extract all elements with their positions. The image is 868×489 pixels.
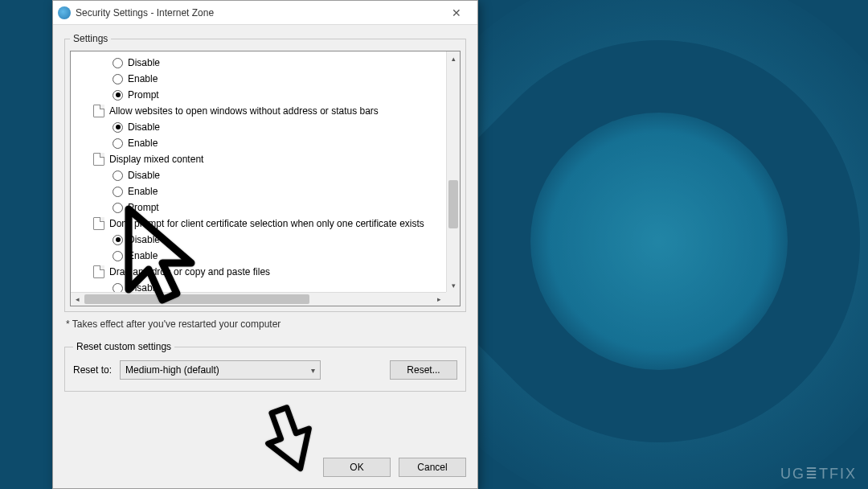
dialog-buttons: OK Cancel: [53, 450, 477, 488]
scroll-up-icon[interactable]: ▴: [447, 51, 460, 65]
reset-level-dropdown[interactable]: Medium-high (default) ▾: [120, 360, 321, 380]
tree-option[interactable]: Enable: [71, 71, 446, 87]
radio-icon[interactable]: [113, 251, 123, 261]
tree-category: Drag and drop or copy and paste files: [71, 264, 446, 280]
tree-category: Don't prompt for client certificate sele…: [71, 216, 446, 232]
tree-option[interactable]: Disable: [71, 167, 446, 183]
tree-category-label: Allow websites to open windows without a…: [109, 105, 379, 117]
titlebar[interactable]: Security Settings - Internet Zone ✕: [53, 1, 477, 25]
radio-icon[interactable]: [113, 283, 123, 293]
scroll-thumb-v[interactable]: [448, 180, 458, 228]
tree-option-label: Disable: [128, 170, 160, 181]
tree-option-label: Disable: [128, 121, 160, 133]
tree-category-label: Drag and drop or copy and paste files: [109, 266, 270, 277]
chevron-down-icon: ▾: [311, 366, 315, 375]
restart-footnote: * Takes effect after you've restarted yo…: [66, 318, 465, 330]
settings-legend: Settings: [70, 33, 111, 44]
tree-option[interactable]: Enable: [71, 183, 446, 199]
radio-icon[interactable]: [113, 171, 123, 181]
tree-option[interactable]: Prompt: [71, 199, 446, 216]
radio-icon[interactable]: [113, 203, 123, 213]
ok-button[interactable]: OK: [323, 458, 391, 477]
reset-level-value: Medium-high (default): [125, 364, 219, 376]
tree-option-label: Enable: [128, 186, 158, 197]
tree-category-label: Don't prompt for client certificate sele…: [109, 218, 424, 229]
tree-option-label: Prompt: [128, 89, 159, 101]
tree-category-label: Display mixed content: [109, 154, 203, 165]
tree-option-label: Disable: [128, 282, 160, 292]
globe-icon: [58, 6, 71, 19]
page-icon: [93, 105, 104, 117]
reset-legend: Reset custom settings: [73, 341, 174, 352]
radio-icon[interactable]: [113, 235, 123, 245]
radio-icon[interactable]: [113, 90, 123, 101]
reset-fieldset: Reset custom settings Reset to: Medium-h…: [64, 341, 466, 392]
watermark: UG≣TFIX: [780, 465, 857, 483]
tree-option-label: Prompt: [128, 202, 159, 213]
close-button[interactable]: ✕: [440, 6, 473, 19]
window-title: Security Settings - Internet Zone: [76, 7, 214, 18]
tree-option-label: Enable: [128, 73, 158, 84]
tree-option[interactable]: Disable: [71, 232, 446, 248]
page-icon: [93, 265, 104, 278]
settings-fieldset: Settings DisableEnablePromptAllow websit…: [64, 33, 466, 312]
tree-option[interactable]: Disable: [71, 119, 446, 135]
radio-icon[interactable]: [113, 187, 123, 197]
scroll-left-icon[interactable]: ◂: [71, 293, 84, 306]
tree-option[interactable]: Enable: [71, 135, 446, 151]
security-settings-dialog: Security Settings - Internet Zone ✕ Sett…: [52, 0, 478, 489]
tree-option-label: Enable: [128, 250, 158, 261]
tree-option-label: Disable: [128, 57, 160, 68]
reset-button[interactable]: Reset...: [390, 360, 457, 380]
tree-option[interactable]: Disable: [71, 280, 446, 292]
cancel-button[interactable]: Cancel: [399, 458, 466, 477]
tree-option[interactable]: Enable: [71, 248, 446, 264]
tree-option-label: Disable: [128, 234, 160, 245]
page-icon: [93, 217, 104, 230]
tree-option[interactable]: Prompt: [71, 87, 446, 103]
reset-to-label: Reset to:: [73, 364, 112, 376]
tree-option[interactable]: Disable: [71, 55, 446, 71]
settings-tree: DisableEnablePromptAllow websites to ope…: [70, 51, 461, 306]
scrollbar-vertical[interactable]: ▴ ▾: [446, 51, 460, 292]
radio-icon[interactable]: [113, 74, 123, 84]
tree-option-label: Enable: [128, 138, 158, 149]
page-icon: [93, 153, 104, 166]
tree-category: Allow websites to open windows without a…: [71, 103, 446, 119]
scroll-down-icon[interactable]: ▾: [447, 278, 460, 292]
radio-icon[interactable]: [113, 122, 123, 133]
tree-category: Display mixed content: [71, 151, 446, 167]
radio-icon[interactable]: [113, 138, 123, 149]
scroll-right-icon[interactable]: ▸: [432, 293, 446, 306]
scroll-thumb-h[interactable]: [84, 294, 309, 304]
radio-icon[interactable]: [113, 58, 123, 68]
scrollbar-horizontal[interactable]: ◂ ▸: [71, 292, 446, 306]
